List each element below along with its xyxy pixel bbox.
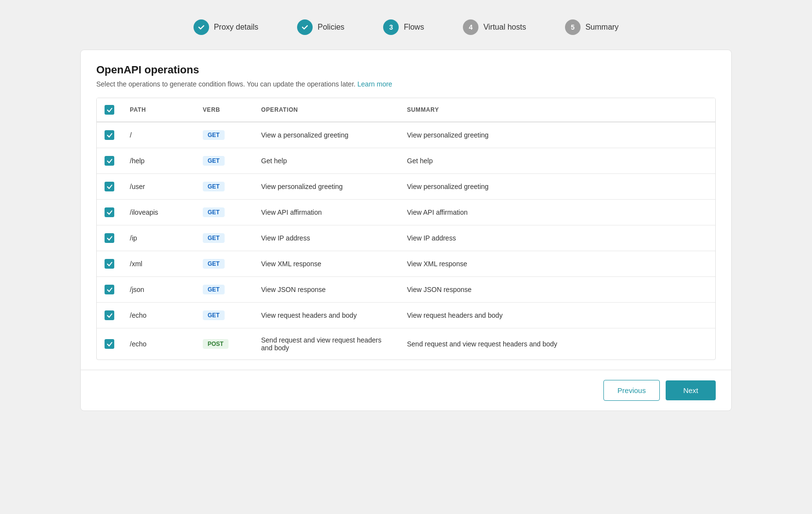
step-virtual-hosts[interactable]: 4 Virtual hosts xyxy=(463,19,526,35)
step-label-summary: Summary xyxy=(585,23,618,32)
row-checkbox-cell xyxy=(97,277,122,303)
row-checkbox-cell xyxy=(97,200,122,225)
main-card: OpenAPI operations Select the operations… xyxy=(80,50,732,411)
col-header-verb: VERB xyxy=(195,98,253,122)
row-summary: View request headers and body xyxy=(399,303,715,328)
row-checkbox-cell xyxy=(97,328,122,360)
next-button[interactable]: Next xyxy=(666,380,716,400)
step-proxy-details[interactable]: Proxy details xyxy=(194,19,259,35)
row-operation: View JSON response xyxy=(253,277,399,303)
card-title: OpenAPI operations xyxy=(96,64,716,76)
table-row: /ip GET View IP address View IP address xyxy=(97,225,715,251)
row-summary: View JSON response xyxy=(399,277,715,303)
row-checkbox-0[interactable] xyxy=(105,130,114,140)
row-operation: View XML response xyxy=(253,251,399,277)
row-checkbox-7[interactable] xyxy=(105,310,114,320)
step-label-virtual-hosts: Virtual hosts xyxy=(483,23,526,32)
learn-more-link[interactable]: Learn more xyxy=(357,80,392,88)
row-operation: Send request and view request headers an… xyxy=(253,328,399,360)
stepper: Proxy details Policies 3 Flows 4 Virtual… xyxy=(10,10,802,50)
row-checkbox-cell xyxy=(97,148,122,174)
operations-table: PATH VERB OPERATION SUMMARY / GET View xyxy=(97,98,715,360)
select-all-checkbox[interactable] xyxy=(105,105,114,115)
step-label-policies: Policies xyxy=(318,23,344,32)
row-checkbox-2[interactable] xyxy=(105,182,114,191)
verb-badge: GET xyxy=(203,156,225,166)
row-checkbox-5[interactable] xyxy=(105,259,114,269)
row-operation: View IP address xyxy=(253,225,399,251)
row-path: / xyxy=(122,122,195,148)
row-checkbox-cell xyxy=(97,174,122,200)
verb-badge: GET xyxy=(203,233,225,243)
table-row: /user GET View personalized greeting Vie… xyxy=(97,174,715,200)
verb-badge: GET xyxy=(203,310,225,320)
card-header: OpenAPI operations Select the operations… xyxy=(81,50,731,98)
verb-badge: GET xyxy=(203,130,225,140)
verb-badge: GET xyxy=(203,259,225,269)
row-path: /help xyxy=(122,148,195,174)
row-path: /user xyxy=(122,174,195,200)
row-summary: View personalized greeting xyxy=(399,174,715,200)
row-path: /iloveapis xyxy=(122,200,195,225)
previous-button[interactable]: Previous xyxy=(603,380,660,401)
verb-badge: GET xyxy=(203,182,225,191)
row-path: /echo xyxy=(122,328,195,360)
table-row: /echo GET View request headers and body … xyxy=(97,303,715,328)
step-summary[interactable]: 5 Summary xyxy=(565,19,618,35)
col-header-check xyxy=(97,98,122,122)
table-row: /json GET View JSON response View JSON r… xyxy=(97,277,715,303)
step-circle-proxy-details xyxy=(194,19,209,35)
row-checkbox-cell xyxy=(97,251,122,277)
verb-badge: GET xyxy=(203,285,225,294)
row-verb: GET xyxy=(195,225,253,251)
table-container: PATH VERB OPERATION SUMMARY / GET View xyxy=(96,98,716,360)
row-path: /json xyxy=(122,277,195,303)
step-circle-summary: 5 xyxy=(565,19,581,35)
row-verb: GET xyxy=(195,174,253,200)
row-operation: View API affirmation xyxy=(253,200,399,225)
row-verb: GET xyxy=(195,251,253,277)
row-verb: GET xyxy=(195,122,253,148)
row-checkbox-cell xyxy=(97,122,122,148)
row-path: /ip xyxy=(122,225,195,251)
row-verb: GET xyxy=(195,303,253,328)
table-row: /help GET Get help Get help xyxy=(97,148,715,174)
row-checkbox-6[interactable] xyxy=(105,285,114,294)
row-checkbox-cell xyxy=(97,225,122,251)
step-policies[interactable]: Policies xyxy=(297,19,344,35)
row-summary: View personalized greeting xyxy=(399,122,715,148)
table-row: / GET View a personalized greeting View … xyxy=(97,122,715,148)
verb-badge: GET xyxy=(203,207,225,217)
col-header-path: PATH xyxy=(122,98,195,122)
row-checkbox-1[interactable] xyxy=(105,156,114,166)
verb-badge: POST xyxy=(203,339,229,349)
row-verb: GET xyxy=(195,277,253,303)
row-checkbox-8[interactable] xyxy=(105,339,114,349)
row-checkbox-cell xyxy=(97,303,122,328)
col-header-summary: SUMMARY xyxy=(399,98,715,122)
table-header-row: PATH VERB OPERATION SUMMARY xyxy=(97,98,715,122)
table-row: /xml GET View XML response View XML resp… xyxy=(97,251,715,277)
row-verb: POST xyxy=(195,328,253,360)
step-flows[interactable]: 3 Flows xyxy=(383,19,424,35)
table-row: /echo POST Send request and view request… xyxy=(97,328,715,360)
step-circle-flows: 3 xyxy=(383,19,399,35)
step-circle-policies xyxy=(297,19,313,35)
row-summary: View IP address xyxy=(399,225,715,251)
row-verb: GET xyxy=(195,200,253,225)
step-circle-virtual-hosts: 4 xyxy=(463,19,478,35)
row-operation: View personalized greeting xyxy=(253,174,399,200)
card-subtitle: Select the operations to generate condit… xyxy=(96,80,716,88)
row-summary: View XML response xyxy=(399,251,715,277)
step-label-flows: Flows xyxy=(404,23,424,32)
row-operation: Get help xyxy=(253,148,399,174)
row-verb: GET xyxy=(195,148,253,174)
row-path: /xml xyxy=(122,251,195,277)
row-checkbox-4[interactable] xyxy=(105,233,114,243)
table-row: /iloveapis GET View API affirmation View… xyxy=(97,200,715,225)
row-summary: Send request and view request headers an… xyxy=(399,328,715,360)
table-body: / GET View a personalized greeting View … xyxy=(97,122,715,360)
row-path: /echo xyxy=(122,303,195,328)
row-checkbox-3[interactable] xyxy=(105,207,114,217)
step-label-proxy-details: Proxy details xyxy=(214,23,259,32)
